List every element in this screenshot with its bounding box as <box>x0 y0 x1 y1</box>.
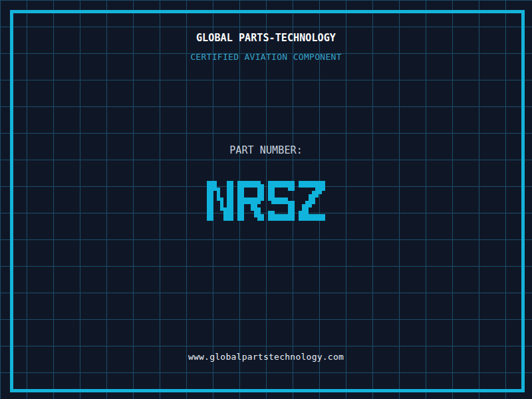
part-number-label: PART NUMBER: <box>0 144 532 156</box>
website-url: www.globalpartstechnology.com <box>0 352 532 362</box>
screen-background: GLOBAL PARTS-TECHNOLOGY CERTIFIED AVIATI… <box>0 0 532 399</box>
certification-tagline: CERTIFIED AVIATION COMPONENT <box>0 52 532 62</box>
part-number-display <box>0 181 532 221</box>
company-name: GLOBAL PARTS-TECHNOLOGY <box>0 32 532 44</box>
